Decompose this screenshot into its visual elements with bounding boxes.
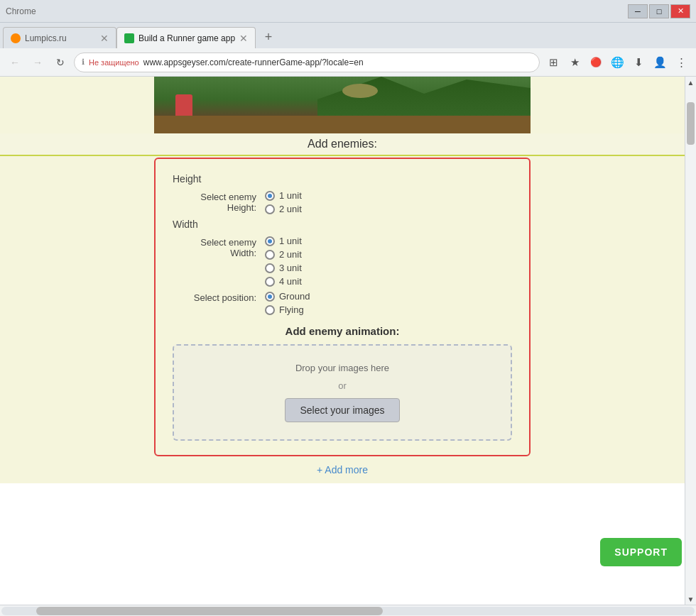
drop-text: Drop your images here — [295, 363, 389, 373]
browser-window: Chrome ─ □ ✕ Lumpics.ru ✕ Build a Runner… — [0, 0, 696, 616]
scroll-up-arrow[interactable]: ▲ — [685, 77, 697, 88]
form-card: Height Select enemyHeight: 1 unit 2 unit — [154, 158, 531, 456]
position-radio-ground[interactable] — [265, 292, 275, 302]
width-radio-1unit[interactable] — [265, 236, 275, 246]
scrollbar[interactable]: ▲ ▼ — [685, 77, 696, 605]
position-row: Select position: Ground Flying — [173, 291, 512, 315]
new-tab-button[interactable]: + — [259, 27, 278, 47]
support-button[interactable]: SUPPORT — [600, 538, 682, 566]
width-label-4unit: 4 unit — [279, 276, 302, 287]
position-label-ground: Ground — [279, 291, 310, 302]
height-option-1unit[interactable]: 1 unit — [265, 190, 302, 201]
width-section-label: Width — [173, 219, 512, 230]
width-radio-3unit[interactable] — [265, 263, 275, 273]
width-label-2unit: 2 unit — [279, 249, 302, 260]
bookmark-icon[interactable]: ★ — [565, 53, 584, 72]
width-row: Select enemyWidth: 1 unit 2 unit — [173, 236, 512, 287]
bottom-scrollbar[interactable] — [0, 605, 696, 616]
page-inner: Add enemies: Height Select enemyHeight: … — [0, 77, 685, 605]
height-label-1unit: 1 unit — [279, 190, 302, 201]
width-option-3unit[interactable]: 3 unit — [265, 263, 302, 273]
forward-button[interactable]: → — [28, 53, 47, 72]
drop-or-text: or — [338, 380, 347, 391]
width-radio-4unit[interactable] — [265, 277, 275, 287]
select-images-button[interactable]: Select your images — [285, 398, 399, 422]
position-label: Select position: — [173, 291, 265, 303]
tab-lumpics[interactable]: Lumpics.ru ✕ — [3, 27, 116, 48]
game-page: Add enemies: Height Select enemyHeight: … — [0, 77, 685, 483]
info-icon: ℹ — [82, 57, 85, 67]
width-label-1unit: 1 unit — [279, 236, 302, 246]
page-content: Add enemies: Height Select enemyHeight: … — [0, 77, 696, 605]
bottom-scroll-thumb[interactable] — [36, 607, 383, 615]
position-option-flying[interactable]: Flying — [265, 304, 310, 315]
height-option-2unit[interactable]: 2 unit — [265, 204, 302, 214]
insecure-label: Не защищено — [89, 58, 139, 67]
scroll-thumb[interactable] — [687, 102, 695, 145]
width-radio-2unit[interactable] — [265, 250, 275, 260]
height-radio-1unit[interactable] — [265, 191, 275, 201]
width-radio-group: 1 unit 2 unit 3 unit — [265, 236, 302, 287]
width-option-4unit[interactable]: 4 unit — [265, 276, 302, 287]
banner-ufo — [342, 84, 378, 98]
refresh-button[interactable]: ↻ — [51, 53, 70, 72]
window-controls: ─ □ ✕ — [628, 4, 690, 18]
tab-favicon-lumpics — [11, 33, 21, 43]
add-more-link[interactable]: + Add more — [317, 464, 368, 475]
tab-lumpics-label: Lumpics.ru — [25, 33, 67, 43]
tab-appsgeyser-label: Build a Runner game app — [138, 33, 235, 43]
scroll-track[interactable] — [685, 88, 696, 593]
width-label-3unit: 3 unit — [279, 263, 302, 273]
bottom-scroll-track[interactable] — [1, 607, 695, 615]
tab-favicon-appsgeyser — [124, 33, 134, 43]
height-row: Select enemyHeight: 1 unit 2 unit — [173, 190, 512, 214]
section-header-text: Add enemies: — [308, 138, 377, 150]
position-option-ground[interactable]: Ground — [265, 291, 310, 302]
minimize-button[interactable]: ─ — [628, 4, 648, 18]
globe-icon[interactable]: 🌐 — [608, 53, 626, 72]
animation-heading: Add enemy animation: — [173, 325, 512, 337]
width-option-2unit[interactable]: 2 unit — [265, 249, 302, 260]
tab-appsgeyser[interactable]: Build a Runner game app ✕ — [116, 27, 256, 48]
height-radio-group: 1 unit 2 unit — [265, 190, 302, 214]
section-header: Add enemies: — [0, 133, 685, 156]
height-section-label: Height — [173, 173, 512, 185]
maximize-button[interactable]: □ — [649, 4, 669, 18]
menu-icon[interactable]: ⋮ — [672, 53, 690, 72]
address-bar[interactable]: ℹ Не защищено www.appsgeyser.com/create-… — [74, 53, 540, 72]
drop-zone[interactable]: Drop your images here or Select your ima… — [173, 344, 512, 441]
tab-appsgeyser-close[interactable]: ✕ — [239, 33, 248, 44]
game-banner — [154, 77, 531, 133]
url-text: www.appsgeyser.com/create-runnerGame-app… — [143, 57, 532, 67]
cast-icon[interactable]: ⊞ — [544, 53, 562, 72]
height-radio-2unit[interactable] — [265, 204, 275, 214]
back-button[interactable]: ← — [6, 53, 24, 72]
banner-ground — [154, 116, 531, 133]
select-enemy-height-label: Select enemyHeight: — [173, 190, 265, 213]
scroll-down-arrow[interactable]: ▼ — [685, 593, 697, 605]
position-radio-flying[interactable] — [265, 305, 275, 315]
extension-icon[interactable]: 🔴 — [587, 53, 605, 72]
height-label-2unit: 2 unit — [279, 204, 302, 214]
banner-character — [175, 94, 192, 116]
profile-icon[interactable]: 👤 — [651, 53, 669, 72]
position-label-flying: Flying — [279, 304, 304, 315]
tab-bar: Lumpics.ru ✕ Build a Runner game app ✕ + — [0, 23, 696, 48]
add-more-bar: + Add more — [0, 456, 685, 483]
position-radio-group: Ground Flying — [265, 291, 310, 315]
select-enemy-width-label: Select enemyWidth: — [173, 236, 265, 258]
title-bar: Chrome ─ □ ✕ — [0, 0, 696, 23]
close-button[interactable]: ✕ — [670, 4, 690, 18]
download-icon[interactable]: ⬇ — [629, 53, 648, 72]
toolbar: ← → ↻ ℹ Не защищено www.appsgeyser.com/c… — [0, 48, 696, 77]
tab-lumpics-close[interactable]: ✕ — [100, 33, 109, 44]
width-option-1unit[interactable]: 1 unit — [265, 236, 302, 246]
toolbar-icons: ⊞ ★ 🔴 🌐 ⬇ 👤 ⋮ — [544, 53, 690, 72]
